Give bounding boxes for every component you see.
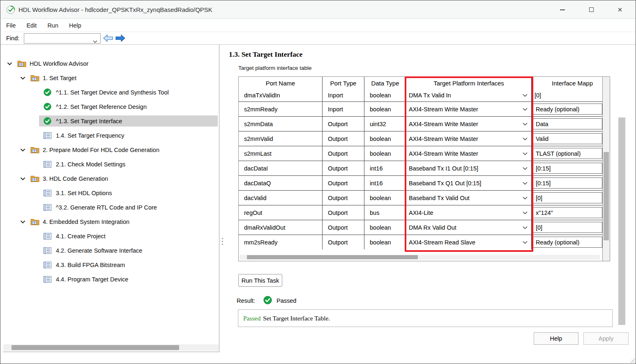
tree-task-item[interactable]: 4.4. Program Target Device [3,272,219,286]
menu-help[interactable]: Help [69,22,81,29]
target-platform-interface-dropdown[interactable]: DMA Rx Valid Out [406,220,532,235]
tree-item-label: 4. Embedded System Integration [42,219,129,225]
maximize-button[interactable] [580,0,603,19]
content-vertical-scrollbar-thumb[interactable] [618,117,625,325]
target-platform-interface-dropdown[interactable]: Baseband Tx Q1 Out [0:15] [406,176,532,190]
panel-splitter[interactable] [220,45,226,352]
tree-task-item[interactable]: ^1.3. Set Target Interface [3,114,219,128]
interface-mapping-field[interactable]: Ready (optional) [533,237,602,248]
target-platform-interface-dropdown[interactable]: DMA Tx Valid In [406,89,532,101]
target-platform-interface-dropdown[interactable]: AXI4-Stream Write Master [406,146,532,161]
target-platform-interface-dropdown[interactable]: Baseband Tx I1 Out [0:15] [406,161,532,175]
port-name-cell: mm2sReady [239,235,323,249]
titlebar: HDL Workflow Advisor - hdlcoder_QPSKTxRx… [0,0,636,19]
dropdown-chevron-down-icon[interactable] [523,167,528,170]
target-platform-interface-dropdown[interactable]: AXI4-Stream Write Master [406,102,532,116]
table-row: dmaRxValidOutOutportbooleanDMA Rx Valid … [239,220,602,235]
tree-horizontal-scrollbar[interactable] [3,344,219,351]
interface-mapping-field[interactable]: [0:15] [533,163,602,174]
table-row: dmaTxValidInInportbooleanDMA Tx Valid In… [239,89,602,101]
port-name-cell: dmaRxValidOut [239,220,323,235]
tree-group-item[interactable]: 2. Prepare Model For HDL Code Generation [3,143,219,157]
result-message-box: Passed Set Target Interface Table. [238,309,613,327]
table-vertical-scrollbar[interactable] [602,77,610,261]
interface-mapping-field[interactable]: [0:15] [533,177,602,189]
expander-chevron-down-icon[interactable] [7,62,17,65]
find-next-button[interactable] [115,35,125,42]
dropdown-chevron-down-icon[interactable] [523,94,528,97]
combo-chevron-down-icon[interactable] [93,37,97,45]
col-header-port-type: Port Type [323,77,364,89]
target-platform-interface-dropdown[interactable]: AXI4-Lite [406,205,532,220]
expander-chevron-down-icon[interactable] [20,220,30,223]
target-platform-interface-dropdown[interactable]: AXI4-Stream Write Master [406,131,532,146]
expander-chevron-down-icon[interactable] [20,148,30,152]
find-previous-button[interactable] [103,35,113,42]
content-vertical-scrollbar[interactable] [618,45,625,364]
interface-mapping-cell: [0:15] [532,176,602,190]
tree-task-item[interactable]: ^1.1. Set Target Device and Synthesis To… [3,85,219,99]
dropdown-chevron-down-icon[interactable] [523,108,528,111]
interface-mapping-field[interactable]: x"124" [533,207,602,218]
port-type-cell: Inport [323,102,364,116]
menubar: File Edit Run Help [0,19,636,32]
expander-chevron-down-icon[interactable] [20,177,30,180]
dropdown-chevron-down-icon[interactable] [523,152,528,155]
close-button[interactable]: ✕ [608,0,631,19]
interface-mapping-field[interactable]: [0] [533,192,602,203]
target-platform-interface-dropdown[interactable]: Baseband Tx Valid Out [406,191,532,205]
tree-group-item[interactable]: 1. Set Target [3,71,219,85]
table-vertical-scrollbar-thumb[interactable] [604,152,609,240]
table-horizontal-scrollbar[interactable] [240,255,600,260]
menu-edit[interactable]: Edit [26,22,37,29]
tree-item-label: ^1.2. Set Target Reference Design [55,104,147,110]
interface-mapping-cell: Ready (optional) [532,102,602,116]
expander-chevron-down-icon[interactable] [20,76,30,80]
port-name-cell: s2mmReady [239,102,323,116]
table-row: dacValidOutportbooleanBaseband Tx Valid … [239,190,602,205]
tree-task-item[interactable]: 3.1. Set HDL Options [3,186,219,200]
dropdown-chevron-down-icon[interactable] [523,196,528,199]
tree-group-item[interactable]: 3. HDL Code Generation [3,171,219,186]
interface-mapping-field[interactable]: Valid [533,133,602,144]
target-platform-interface-dropdown[interactable]: AXI4-Stream Write Master [406,117,532,131]
tree-task-item[interactable]: 4.2. Generate Software Interface [3,243,219,258]
tree-group-item[interactable]: 4. Embedded System Integration [3,214,219,229]
tree-root-item[interactable]: HDL Workflow Advisor [3,56,219,71]
dropdown-chevron-down-icon[interactable] [523,182,528,184]
tree-task-item[interactable]: 4.1. Create Project [3,229,219,243]
tree-item-label: 3.1. Set HDL Options [55,190,112,196]
tree-horizontal-scrollbar-thumb[interactable] [12,345,179,350]
dropdown-chevron-down-icon[interactable] [523,122,528,125]
folder-icon [30,74,42,81]
tree-task-item[interactable]: ^1.2. Set Target Reference Design [3,99,219,114]
tree-task-item[interactable]: 4.3. Build FPGA Bitstream [3,258,219,272]
table-row: dacDataQOutportint16Baseband Tx Q1 Out [… [239,175,602,190]
tree-task-item[interactable]: 1.4. Set Target Frequency [3,128,219,143]
window-title: HDL Workflow Advisor - hdlcoder_QPSKTxRx… [18,0,212,19]
interface-mapping-field[interactable]: TLAST (optional) [533,148,602,159]
task-heading: 1.3. Set Target Interface [229,50,302,59]
interface-mapping-cell[interactable]: [0] [532,89,602,101]
dropdown-chevron-down-icon[interactable] [523,137,528,140]
table-horizontal-scrollbar-thumb[interactable] [247,255,418,259]
dropdown-chevron-down-icon[interactable] [523,211,528,214]
col-header-target-platform-interfaces: Target Platform Interfaces [406,77,532,89]
tree-task-item[interactable]: 2.1. Check Model Settings [3,157,219,171]
help-button[interactable]: Help [534,332,578,345]
interface-mapping-field[interactable]: [0] [533,222,602,233]
target-platform-interface-dropdown[interactable]: AXI4-Stream Read Slave [406,235,532,249]
check-icon [44,103,55,111]
run-this-task-button[interactable]: Run This Task [238,274,282,287]
port-name-cell: dmaTxValidIn [239,89,323,101]
menu-run[interactable]: Run [47,22,58,29]
interface-mapping-field[interactable]: Ready (optional) [533,104,602,115]
find-combobox[interactable] [24,33,101,44]
tree-task-item[interactable]: ^3.2. Generate RTL Code and IP Core [3,200,219,214]
menu-file[interactable]: File [6,22,16,29]
minimize-button[interactable] [551,0,574,19]
interface-mapping-field[interactable]: Data [533,118,602,129]
dropdown-chevron-down-icon[interactable] [523,226,528,229]
dropdown-chevron-down-icon[interactable] [523,241,528,244]
task-icon [44,132,55,139]
